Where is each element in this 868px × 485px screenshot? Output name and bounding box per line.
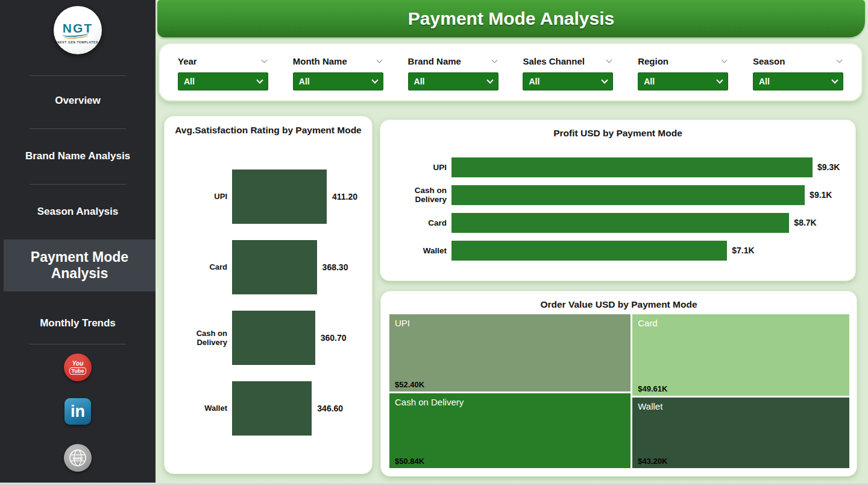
filter-dropdown-sales-channel[interactable]: All	[523, 72, 613, 90]
filter-brand-name: Brand NameAll	[408, 55, 498, 100]
youtube-icon-text: You	[72, 360, 84, 367]
bar-card[interactable]	[451, 213, 789, 233]
filter-selected-value: All	[414, 77, 425, 86]
filter-label-row: Month Name	[293, 55, 383, 66]
tile-value: $52.40K	[395, 380, 424, 389]
website-globe-icon[interactable]: www	[64, 444, 92, 472]
bar-row-wallet: Wallet$7.1K	[385, 236, 851, 264]
youtube-icon-text2: Tube	[69, 367, 87, 375]
category-label: UPI	[169, 192, 232, 201]
filter-selected-value: All	[299, 77, 310, 86]
bar-wallet[interactable]	[232, 381, 312, 436]
chevron-down-icon	[371, 77, 378, 83]
category-label: Cash on Delivery	[169, 329, 232, 347]
sidebar-item-season-analysis[interactable]: Season Analysis	[0, 200, 156, 224]
bar-upi[interactable]	[232, 170, 327, 224]
category-label: Card	[385, 218, 451, 227]
filter-bar: YearAllMonth NameAllBrand NameAllSales C…	[159, 43, 863, 101]
treemap-tile-wallet[interactable]: Wallet$43.20K	[632, 398, 849, 468]
chart-title: Profit USD by Payment Mode	[380, 128, 855, 139]
value-label: $9.1K	[810, 190, 832, 200]
chevron-down-icon	[486, 77, 493, 83]
value-label: 411.20	[332, 192, 357, 201]
chevron-down-icon[interactable]	[491, 57, 497, 63]
value-label: $7.1K	[732, 246, 754, 255]
filter-label-row: Season	[753, 55, 843, 66]
tile-name: Cash on Delivery	[395, 397, 464, 407]
sidebar-item-overview[interactable]: Overview	[0, 89, 156, 113]
filter-label: Brand Name	[408, 56, 461, 66]
treemap-column-left: UPI$52.40KCash on Delivery$50.84K	[389, 314, 631, 468]
bar-upi[interactable]	[451, 157, 813, 177]
value-label: 346.60	[317, 404, 343, 413]
chevron-down-icon	[831, 77, 838, 83]
value-label: $9.3K	[817, 162, 840, 172]
value-label: 368.30	[322, 262, 348, 272]
bar-row-wallet: Wallet346.60	[169, 373, 368, 443]
chart-profit-usd: Profit USD by Payment Mode UPI$9.3KCash …	[380, 119, 856, 281]
filter-dropdown-season[interactable]: All	[753, 72, 843, 90]
category-label: Cash on Delivery	[385, 186, 451, 204]
page-title-banner: Payment Mode Analysis	[157, 0, 865, 37]
bar-row-card: Card368.30	[169, 232, 368, 302]
treemap-tile-card[interactable]: Card$49.61K	[632, 314, 849, 396]
sidebar: NGT NEXT GEN TEMPLATES OverviewBrand Nam…	[0, 0, 156, 483]
youtube-icon[interactable]: You Tube	[64, 353, 92, 381]
category-label: Wallet	[169, 404, 232, 413]
sidebar-item-payment-mode-analysis[interactable]: Payment Mode Analysis	[4, 239, 156, 291]
filter-year: YearAll	[178, 55, 268, 100]
sidebar-item-brand-name-analysis[interactable]: Brand Name Analysis	[0, 144, 156, 168]
category-label: Wallet	[385, 246, 451, 255]
linkedin-icon[interactable]: in	[64, 398, 91, 425]
sidebar-item-monthly-trends[interactable]: Monthly Trends	[0, 311, 156, 335]
tile-value: $49.61K	[638, 384, 667, 393]
filter-label: Year	[178, 56, 197, 66]
treemap-tile-cash-on-delivery[interactable]: Cash on Delivery$50.84K	[389, 393, 631, 468]
treemap: UPI$52.40KCash on Delivery$50.84KCard$49…	[389, 314, 849, 468]
filter-label: Sales Channel	[523, 56, 585, 66]
tile-value: $50.84K	[395, 457, 424, 466]
filter-region: RegionAll	[638, 55, 728, 100]
chevron-down-icon[interactable]	[376, 57, 382, 63]
value-label: $8.7K	[794, 218, 816, 227]
filter-selected-value: All	[759, 77, 770, 86]
bar-row-cash-on-delivery: Cash on Delivery$9.1K	[385, 181, 851, 209]
filter-label-row: Sales Channel	[523, 55, 613, 66]
chevron-down-icon	[602, 77, 608, 83]
chevron-down-icon[interactable]	[722, 57, 728, 63]
globe-glyph: www	[68, 448, 87, 468]
filter-sales-channel: Sales ChannelAll	[523, 55, 613, 100]
chevron-down-icon	[717, 77, 723, 83]
report-canvas: Payment Mode Analysis YearAllMonth NameA…	[156, 0, 868, 483]
bottom-edge	[0, 483, 868, 485]
filter-label: Season	[753, 56, 785, 66]
chevron-down-icon	[256, 77, 263, 83]
bar-cash-on-delivery[interactable]	[232, 311, 315, 365]
chevron-down-icon[interactable]	[262, 57, 268, 63]
chart-order-value-treemap: Order Value USD by Payment Mode UPI$52.4…	[380, 291, 857, 477]
tile-value: $43.20K	[638, 457, 667, 466]
page-title: Payment Mode Analysis	[408, 8, 614, 29]
filter-label: Month Name	[293, 56, 347, 66]
bar-wallet[interactable]	[451, 241, 727, 261]
category-label: UPI	[385, 163, 451, 172]
filter-dropdown-region[interactable]: All	[638, 72, 728, 90]
linkedin-icon-text: in	[71, 404, 85, 420]
bar-rows: UPI411.20Card368.30Cash on Delivery360.7…	[169, 161, 368, 443]
svg-text:www: www	[72, 456, 83, 460]
filter-label-row: Year	[178, 55, 268, 66]
bar-row-card: Card$8.7K	[385, 209, 851, 236]
tile-name: Wallet	[638, 401, 662, 411]
treemap-tile-upi[interactable]: UPI$52.40K	[389, 314, 631, 391]
filter-dropdown-month-name[interactable]: All	[293, 72, 383, 90]
chevron-down-icon[interactable]	[606, 57, 612, 63]
tile-name: UPI	[395, 318, 410, 328]
bar-cash-on-delivery[interactable]	[451, 185, 805, 205]
filter-dropdown-brand-name[interactable]: All	[408, 72, 498, 90]
bar-card[interactable]	[232, 240, 317, 294]
bar-row-cash-on-delivery: Cash on Delivery360.70	[169, 302, 368, 373]
filter-label: Region	[638, 56, 668, 66]
filter-season: SeasonAll	[753, 55, 843, 100]
filter-dropdown-year[interactable]: All	[178, 72, 268, 90]
chevron-down-icon[interactable]	[837, 57, 843, 63]
